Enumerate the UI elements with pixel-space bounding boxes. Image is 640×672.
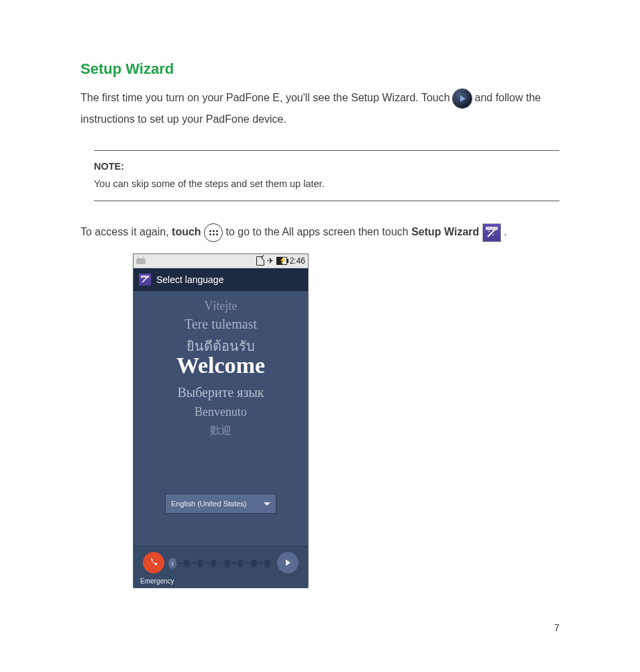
screen-title: Select language — [156, 274, 223, 285]
setup-wizard-word: Setup Wizard — [411, 226, 479, 237]
access-text-b: to go to the All apps screen then touch — [226, 226, 412, 237]
svg-marker-0 — [460, 95, 466, 102]
emergency-call-button[interactable] — [143, 552, 164, 573]
lang-option[interactable]: 歡迎 — [134, 424, 308, 438]
status-time: 2:46 — [290, 256, 305, 266]
battery-icon: ⚡ — [276, 257, 287, 265]
access-text-a: To access it again, — [81, 226, 172, 237]
android-icon — [136, 258, 146, 264]
access-text-c: . — [504, 226, 506, 237]
emergency-label: Emergency — [140, 577, 174, 585]
section-heading: Setup Wizard — [81, 60, 559, 78]
svg-point-3 — [494, 228, 496, 230]
note-box: NOTE: You can skip some of the steps and… — [94, 150, 559, 201]
language-wheel[interactable]: Vítejte Tere tulemast ยินดีต้อนรับ Welco… — [134, 291, 308, 546]
step-current: 1 — [168, 558, 176, 569]
page-number: 7 — [554, 622, 559, 633]
chevron-down-icon — [264, 502, 270, 506]
intro-text-a: The first time you turn on your PadFone … — [81, 92, 453, 103]
lang-option-selected[interactable]: Welcome — [134, 353, 308, 378]
lang-option[interactable]: Benvenuto — [134, 405, 308, 419]
svg-point-4 — [488, 231, 490, 232]
svg-line-7 — [142, 278, 147, 282]
touch-word: touch — [172, 226, 201, 237]
wizard-footer: Emergency 1 — [134, 546, 308, 588]
next-button[interactable] — [277, 552, 299, 573]
progress-steps: 1 — [168, 560, 270, 567]
airplane-mode-icon: ✈ — [267, 257, 274, 265]
lang-option[interactable]: Vítejte — [134, 299, 308, 313]
statusbar: ✈ ⚡ 2:46 — [134, 254, 308, 268]
note-text: You can skip some of the steps and set t… — [94, 175, 559, 192]
svg-point-8 — [147, 277, 148, 278]
sim-icon — [256, 256, 264, 266]
all-apps-icon — [204, 223, 223, 242]
setup-wizard-icon — [482, 223, 501, 242]
language-dropdown[interactable]: English (United States) — [165, 494, 276, 514]
manual-page: Setup Wizard The first time you turn on … — [0, 0, 640, 672]
intro-paragraph: The first time you turn on your PadFone … — [81, 87, 559, 130]
wizard-icon — [139, 274, 151, 286]
svg-marker-9 — [286, 559, 290, 566]
access-paragraph: To access it again, touch to go to the A… — [81, 221, 559, 243]
lang-option[interactable]: Выберите язык — [134, 385, 308, 400]
lang-option[interactable]: Tere tulemast — [134, 317, 308, 332]
device-screenshot: ✈ ⚡ 2:46 Select language Vítejte Tere tu… — [133, 254, 309, 587]
play-icon — [453, 89, 472, 108]
svg-point-5 — [492, 234, 494, 235]
titlebar: Select language — [134, 268, 308, 291]
dropdown-value: English (United States) — [171, 500, 247, 508]
note-label: NOTE: — [94, 158, 559, 175]
